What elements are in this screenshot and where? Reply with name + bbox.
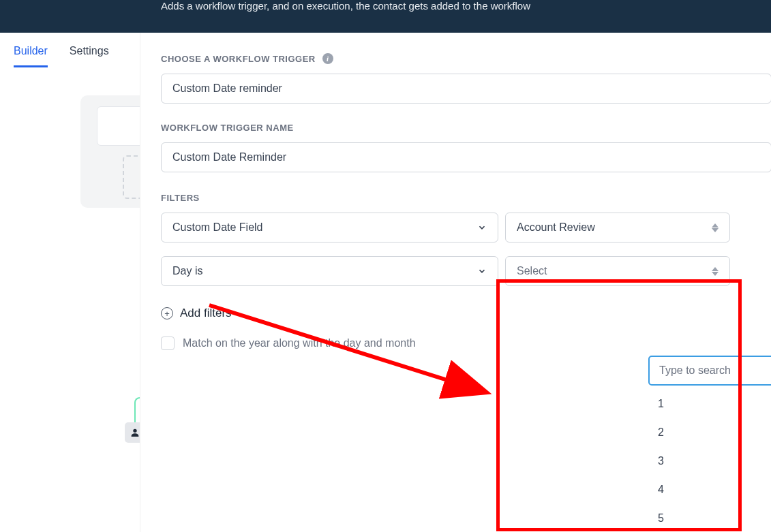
trigger-name-value: Custom Date Reminder — [172, 151, 286, 163]
label-trigger-name: WORKFLOW TRIGGER NAME — [161, 123, 771, 133]
svg-marker-2 — [712, 228, 719, 232]
tab-builder[interactable]: Builder — [14, 45, 48, 67]
info-icon[interactable]: i — [322, 53, 333, 64]
chevron-down-icon — [477, 266, 487, 276]
trigger-select-value: Custom Date reminder — [172, 82, 282, 95]
match-year-checkbox[interactable] — [161, 337, 175, 350]
filter-row-1: Custom Date Field Account Review — [161, 213, 771, 242]
config-panel: CHOOSE A WORKFLOW TRIGGER i Custom Date … — [140, 33, 771, 532]
filter-value-select[interactable]: Account Review — [505, 213, 730, 242]
label-choose-trigger: CHOOSE A WORKFLOW TRIGGER i — [161, 53, 771, 64]
tab-settings[interactable]: Settings — [70, 45, 109, 67]
match-year-label: Match on the year along with the day and… — [183, 337, 416, 349]
add-filters-button[interactable]: + Add filters — [161, 307, 771, 320]
svg-marker-1 — [712, 223, 719, 228]
filter-field-select[interactable]: Custom Date Field — [161, 213, 498, 242]
dropdown-option[interactable]: 1 — [648, 390, 771, 418]
header-description: Adds a workflow trigger, and on executio… — [161, 0, 530, 12]
svg-marker-3 — [712, 267, 719, 271]
svg-point-0 — [133, 429, 136, 433]
match-year-row: Match on the year along with the day and… — [161, 337, 771, 350]
svg-marker-4 — [712, 272, 719, 276]
header-bar: Adds a workflow trigger, and on executio… — [0, 0, 771, 33]
tabs: Builder Settings — [0, 33, 140, 67]
filter-row-2: Day is Select — [161, 256, 771, 286]
trigger-name-input[interactable]: Custom Date Reminder — [161, 142, 771, 172]
filter-condition-select[interactable]: Day is — [161, 256, 498, 286]
dropdown-option[interactable]: 4 — [648, 475, 771, 504]
dropdown-option[interactable]: 3 — [648, 447, 771, 475]
dropdown-search-input[interactable] — [648, 356, 771, 386]
sort-icon — [712, 223, 719, 232]
chevron-down-icon — [477, 223, 487, 232]
dropdown-options[interactable]: 1 2 3 4 5 6 — [648, 390, 771, 532]
sort-icon — [712, 267, 719, 276]
dropdown-option[interactable]: 5 — [648, 504, 771, 532]
plus-circle-icon: + — [161, 307, 173, 319]
filter-day-select[interactable]: Select — [505, 256, 730, 286]
label-filters: FILTERS — [161, 193, 771, 203]
trigger-select[interactable]: Custom Date reminder — [161, 74, 771, 104]
dropdown-option[interactable]: 2 — [648, 418, 771, 447]
day-dropdown: 1 2 3 4 5 6 — [648, 356, 771, 532]
person-icon — [130, 427, 140, 438]
